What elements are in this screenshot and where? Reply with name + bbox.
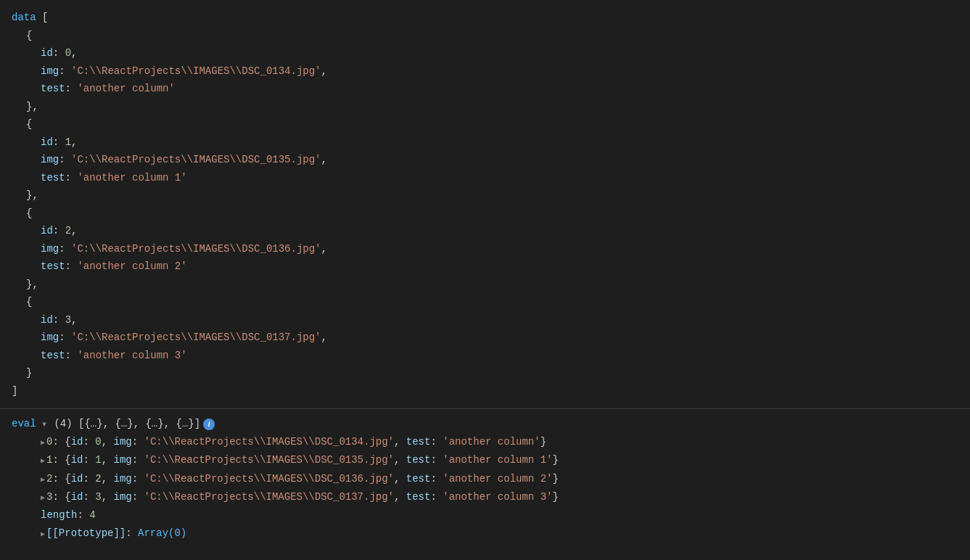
code-line-brace-close-2: }, [12,276,958,294]
code-line-test-1: test: 'another column 1' [12,169,958,187]
console-section: eval ▼ (4) [{…}, {…}, {…}, {…}] i ▶ 0 : … [0,409,970,560]
code-line-test-2: test: 'another column 2' [12,258,958,276]
expand-arrow-2[interactable]: ▶ [41,474,45,487]
expand-arrow-prototype[interactable]: ▶ [41,528,45,541]
expand-arrow-0[interactable]: ▶ [41,437,45,450]
expand-arrow-3[interactable]: ▶ [41,492,45,505]
code-line-img-2: img: 'C:\\ReactProjects\\IMAGES\\DSC_013… [12,240,958,258]
code-line-brace-open-1: { [12,115,958,133]
console-length-line: length : 4 [12,506,958,524]
code-line-id-1: id: 1, [12,133,958,152]
code-line-brace-close-0: }, [12,98,958,116]
expand-arrow-1[interactable]: ▶ [41,455,45,468]
code-line-id-3: id: 3, [12,311,958,329]
console-item-3: ▶ 3 : { id : 3 , img : 'C:\\ReactProject… [12,488,958,506]
app-container: data [ { id: 0, img: 'C:\\ReactProjects\… [0,0,970,560]
info-icon[interactable]: i [203,419,215,430]
code-line-id-0: id: 0, [12,44,958,62]
code-section: data [ { id: 0, img: 'C:\\ReactProjects\… [0,0,970,409]
code-line-img-1: img: 'C:\\ReactProjects\\IMAGES\\DSC_013… [12,151,958,169]
console-eval-line: eval ▼ (4) [{…}, {…}, {…}, {…}] i [12,415,958,433]
code-line-brace-close-1: }, [12,186,958,205]
code-line-data-open: data [ [12,9,958,27]
expand-arrow-array[interactable]: ▼ [42,419,46,432]
code-line-img-3: img: 'C:\\ReactProjects\\IMAGES\\DSC_013… [12,329,958,347]
console-item-0: ▶ 0 : { id : 0 , img : 'C:\\ReactProject… [12,433,958,451]
code-line-brace-close-3: } [12,364,958,382]
length-label: length [41,506,77,524]
code-line-brace-open-0: { [12,27,958,45]
code-line-brace-open-2: { [12,205,958,223]
console-item-1: ▶ 1 : { id : 1 , img : 'C:\\ReactProject… [12,451,958,469]
length-value: 4 [89,506,95,524]
prototype-label: [[Prototype]] [46,524,126,543]
code-line-id-2: id: 2, [12,222,958,240]
array-summary: (4) [{…}, {…}, {…}, {…}] [48,415,200,433]
console-prototype-line: ▶ [[Prototype]] : Array(0) [12,524,958,543]
code-line-close-bracket: ] [12,382,958,400]
code-line-img-0: img: 'C:\\ReactProjects\\IMAGES\\DSC_013… [12,62,958,81]
console-item-2: ▶ 2 : { id : 2 , img : 'C:\\ReactProject… [12,470,958,488]
code-line-brace-open-3: { [12,293,958,311]
prototype-value: Array(0) [138,524,186,543]
code-line-test-3: test: 'another column 3' [12,347,958,365]
code-line-test-0: test: 'another column' [12,80,958,98]
eval-label: eval [12,415,42,433]
variable-keyword: data [12,9,36,27]
